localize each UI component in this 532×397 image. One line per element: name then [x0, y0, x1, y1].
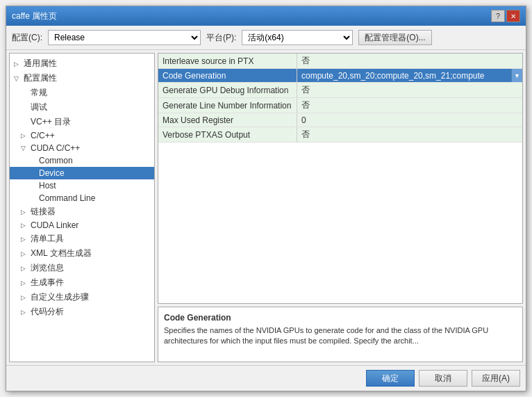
- tree-item-common[interactable]: Common: [10, 154, 154, 167]
- tree-item-label: XML 文档生成器: [31, 248, 92, 259]
- property-row[interactable]: Code Generationcompute_20,sm_20;compute_…: [158, 69, 522, 83]
- property-value: 否: [297, 127, 522, 142]
- tree-expand-icon: ▷: [21, 132, 31, 139]
- config-label: 配置(C):: [12, 32, 42, 44]
- property-row[interactable]: Interleave source in PTX否: [158, 54, 522, 69]
- property-row[interactable]: Verbose PTXAS Output否: [158, 127, 522, 143]
- tree-item-label: 配置属性: [24, 72, 57, 84]
- tree-item-browse[interactable]: ▷浏览信息: [10, 261, 154, 275]
- tree-expand-icon: ▷: [21, 250, 31, 257]
- property-value: compute_20,sm_20;compute_20,sm_21;comput…: [297, 70, 511, 82]
- description-text: Specifies the names of the NVIDIA GPUs t…: [164, 325, 517, 347]
- properties-table: Interleave source in PTX否Code Generation…: [158, 53, 523, 304]
- property-value: 否: [297, 98, 522, 113]
- tree-item-config-props[interactable]: ▽配置属性: [10, 71, 154, 86]
- tree-item-device[interactable]: Device: [10, 167, 154, 179]
- tree-item-command-line[interactable]: Command Line: [10, 192, 154, 204]
- tree-expand-icon: ▷: [21, 222, 31, 229]
- tree-item-label: 浏览信息: [31, 262, 64, 274]
- tree-expand-icon: ▷: [21, 265, 31, 272]
- tree-item-common-props[interactable]: ▷通用属性: [10, 56, 154, 71]
- apply-button[interactable]: 应用(A): [472, 370, 520, 387]
- tree-item-label: Common: [39, 156, 73, 165]
- title-bar-buttons: ? ✕: [491, 10, 520, 22]
- tree-item-custom-build[interactable]: ▷自定义生成步骤: [10, 290, 154, 305]
- tree-expand-icon: ▷: [14, 60, 24, 67]
- main-content: ▷通用属性▽配置属性常规调试VC++ 目录▷C/C++▽CUDA C/C++Co…: [6, 50, 526, 365]
- cancel-button[interactable]: 取消: [419, 370, 467, 387]
- property-dropdown-button[interactable]: ▼: [511, 69, 522, 82]
- tree-expand-icon: ▷: [21, 309, 31, 316]
- property-value: 否: [297, 83, 522, 97]
- property-name: Max Used Register: [158, 113, 297, 127]
- tree-expand-icon: ▷: [21, 236, 31, 243]
- platform-select[interactable]: 活动(x64): [242, 30, 353, 45]
- tree-item-code-analysis[interactable]: ▷代码分析: [10, 305, 154, 319]
- tree-item-host[interactable]: Host: [10, 179, 154, 192]
- tree-item-cpp[interactable]: ▷C/C++: [10, 129, 154, 142]
- tree-item-label: 通用属性: [24, 58, 57, 70]
- dialog: caffe 属性页 ? ✕ 配置(C): Release 平台(P): 活动(x…: [6, 6, 526, 391]
- right-panel: Interleave source in PTX否Code Generation…: [158, 53, 523, 362]
- property-row[interactable]: Max Used Register0: [158, 113, 522, 127]
- property-value: 0: [297, 113, 522, 127]
- tree-panel: ▷通用属性▽配置属性常规调试VC++ 目录▷C/C++▽CUDA C/C++Co…: [9, 53, 155, 362]
- tree-item-label: 自定义生成步骤: [31, 291, 89, 303]
- ok-button[interactable]: 确定: [366, 370, 415, 387]
- tree-expand-icon: ▽: [21, 145, 31, 152]
- tree-item-xml-gen[interactable]: ▷XML 文档生成器: [10, 246, 154, 261]
- tree-item-manifest[interactable]: ▷清单工具: [10, 232, 154, 246]
- tree-expand-icon: ▽: [14, 75, 24, 82]
- property-value-container: compute_20,sm_20;compute_20,sm_21;comput…: [297, 69, 522, 82]
- config-mgr-button[interactable]: 配置管理器(O)...: [358, 30, 431, 45]
- tree-item-label: Device: [39, 168, 65, 178]
- tree-item-linker[interactable]: ▷链接器: [10, 204, 154, 219]
- tree-item-label: C/C++: [31, 131, 55, 140]
- title-bar: caffe 属性页 ? ✕: [6, 6, 526, 26]
- tree-item-label: 清单工具: [31, 233, 64, 245]
- tree-item-label: 链接器: [31, 206, 56, 218]
- tree-item-label: CUDA C/C++: [31, 143, 80, 153]
- dialog-title: caffe 属性页: [12, 10, 57, 22]
- tree-expand-icon: ▷: [21, 209, 31, 216]
- tree-expand-icon: ▷: [21, 294, 31, 301]
- tree-item-cuda-cpp[interactable]: ▽CUDA C/C++: [10, 142, 154, 154]
- tree-item-vcpp-dirs[interactable]: VC++ 目录: [10, 115, 154, 129]
- tree-item-debug[interactable]: 调试: [10, 100, 154, 115]
- config-select[interactable]: Release: [48, 30, 201, 45]
- tree-item-label: CUDA Linker: [31, 220, 78, 230]
- tree-item-general[interactable]: 常规: [10, 86, 154, 100]
- tree-item-label: 生成事件: [31, 277, 64, 289]
- toolbar: 配置(C): Release 平台(P): 活动(x64) 配置管理器(O)..…: [6, 26, 526, 50]
- property-name: Generate GPU Debug Information: [158, 83, 297, 97]
- property-name: Code Generation: [158, 69, 297, 82]
- property-value: 否: [297, 54, 522, 68]
- close-button[interactable]: ✕: [506, 10, 520, 22]
- tree-item-label: VC++ 目录: [31, 116, 71, 128]
- property-row[interactable]: Generate GPU Debug Information否: [158, 83, 522, 98]
- tree-expand-icon: ▷: [21, 279, 31, 286]
- tree-item-label: 代码分析: [31, 306, 64, 318]
- property-name: Verbose PTXAS Output: [158, 127, 297, 142]
- footer: 确定 取消 应用(A): [6, 365, 526, 391]
- description-panel: Code Generation Specifies the names of t…: [158, 307, 523, 362]
- platform-label: 平台(P):: [206, 32, 236, 44]
- tree-item-cuda-linker[interactable]: ▷CUDA Linker: [10, 219, 154, 232]
- property-name: Generate Line Number Information: [158, 98, 297, 113]
- help-button[interactable]: ?: [491, 10, 505, 22]
- tree-item-label: Host: [39, 181, 56, 191]
- property-row[interactable]: Generate Line Number Information否: [158, 98, 522, 113]
- description-title: Code Generation: [164, 313, 517, 323]
- tree-item-label: Command Line: [39, 193, 95, 203]
- tree-item-label: 常规: [31, 87, 47, 99]
- tree-item-label: 调试: [31, 102, 47, 113]
- property-name: Interleave source in PTX: [158, 54, 297, 68]
- tree-item-build-events[interactable]: ▷生成事件: [10, 275, 154, 290]
